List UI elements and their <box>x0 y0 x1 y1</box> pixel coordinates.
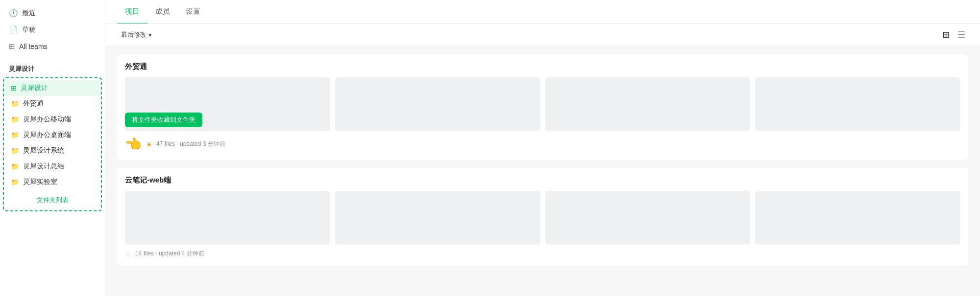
thumb-3 <box>545 77 751 131</box>
main-content: 外贸通 将文件夹收藏到文件夹 👉 ★ 47 files · updated 3 … <box>105 46 980 296</box>
project-yunbiji-files: 14 files · updated 4 分钟前 <box>135 250 204 258</box>
star-filled-icon[interactable]: ★ <box>146 140 152 148</box>
design-summary-icon: 📁 <box>11 162 19 170</box>
sidebar-item-waibeitong[interactable]: 📁 外贸通 <box>4 96 101 112</box>
project-waibeitong-thumbs <box>125 77 960 131</box>
sort-button[interactable]: 最后修改 ▾ <box>117 28 156 41</box>
main-header: 项目 成员 设置 <box>105 0 980 23</box>
tab-projects[interactable]: 项目 <box>117 0 147 24</box>
thumb-4 <box>755 77 960 131</box>
project-yunbiji-title: 云笔记-web端 <box>125 176 960 185</box>
thumb-2 <box>335 77 540 131</box>
waibeitong-tooltip-container: 将文件夹收藏到文件夹 👉 <box>125 136 142 152</box>
sidebar-item-lingxi-design[interactable]: ⊞ 灵犀设计 <box>4 80 101 96</box>
sidebar-section-label: 灵犀设计 <box>0 60 105 75</box>
sidebar: 🕐 最近 📄 草稿 ⊞ All teams 灵犀设计 ⊞ 灵犀设计 📁 外贸通 … <box>0 0 105 296</box>
sidebar-item-recent-label: 最近 <box>22 9 36 18</box>
sidebar-item-design-system[interactable]: 📁 灵犀设计系统 <box>4 143 101 159</box>
thumb-7 <box>545 191 751 245</box>
hand-icon: 👉 <box>125 136 142 152</box>
draft-icon: 📄 <box>9 25 18 34</box>
project-yunbiji: 云笔记-web端 ☆ 14 files · updated 4 分钟前 <box>117 168 968 266</box>
view-buttons: ⊞ ☰ <box>939 27 968 42</box>
sidebar-item-draft[interactable]: 📄 草稿 <box>0 22 105 38</box>
sidebar-item-mobile-office[interactable]: 📁 灵犀办公移动端 <box>4 112 101 127</box>
sort-chevron-icon: ▾ <box>148 31 152 39</box>
all-teams-icon: ⊞ <box>9 42 15 51</box>
lab-icon: 📁 <box>11 178 19 186</box>
main-area: 项目 成员 设置 最后修改 ▾ ⊞ ☰ 外贸通 将文件夹收藏到文件夹 <box>105 0 980 296</box>
grid-view-button[interactable]: ⊞ <box>939 27 953 42</box>
project-waibeitong-meta: 将文件夹收藏到文件夹 👉 ★ 47 files · updated 3 分钟前 <box>125 136 960 152</box>
sidebar-item-all-teams-label: All teams <box>19 43 48 50</box>
sort-label: 最后修改 <box>121 30 147 39</box>
list-view-button[interactable]: ☰ <box>955 27 968 42</box>
project-yunbiji-meta: ☆ 14 files · updated 4 分钟前 <box>125 250 960 258</box>
sidebar-item-design-system-label: 灵犀设计系统 <box>23 146 64 155</box>
project-waibeitong: 外贸通 将文件夹收藏到文件夹 👉 ★ 47 files · updated 3 … <box>117 54 968 160</box>
main-toolbar: 最后修改 ▾ ⊞ ☰ <box>105 23 980 46</box>
sidebar-team-section: ⊞ 灵犀设计 📁 外贸通 📁 灵犀办公移动端 📁 灵犀办公桌面端 📁 灵犀设计系… <box>3 77 102 211</box>
design-system-icon: 📁 <box>11 147 19 155</box>
thumb-1 <box>125 77 330 131</box>
tab-members[interactable]: 成员 <box>147 0 178 24</box>
mobile-office-icon: 📁 <box>11 115 19 123</box>
waibeitong-icon: 📁 <box>11 100 19 108</box>
sidebar-item-lab[interactable]: 📁 灵犀实验室 <box>4 174 101 190</box>
sidebar-top-section: 🕐 最近 📄 草稿 ⊞ All teams <box>0 0 105 60</box>
star-empty-icon[interactable]: ☆ <box>125 250 131 258</box>
project-waibeitong-files: 47 files · updated 3 分钟前 <box>156 140 225 148</box>
sidebar-item-lab-label: 灵犀实验室 <box>23 178 57 186</box>
thumb-5 <box>125 191 330 245</box>
sidebar-item-desktop-office[interactable]: 📁 灵犀办公桌面端 <box>4 127 101 143</box>
sidebar-item-waibeitong-label: 外贸通 <box>23 99 44 108</box>
sidebar-item-design-summary[interactable]: 📁 灵犀设计总结 <box>4 159 101 174</box>
folder-list-label: 文件夹列表 <box>4 190 101 208</box>
recent-icon: 🕐 <box>9 9 18 18</box>
project-waibeitong-title: 外贸通 <box>125 62 960 71</box>
desktop-office-icon: 📁 <box>11 131 19 139</box>
tab-settings[interactable]: 设置 <box>178 0 208 24</box>
sidebar-item-desktop-office-label: 灵犀办公桌面端 <box>23 131 71 139</box>
sidebar-item-mobile-office-label: 灵犀办公移动端 <box>23 115 71 124</box>
thumb-6 <box>335 191 540 245</box>
sidebar-item-draft-label: 草稿 <box>22 25 36 34</box>
lingxi-design-icon: ⊞ <box>11 84 17 92</box>
sidebar-item-lingxi-design-label: 灵犀设计 <box>21 84 48 92</box>
sidebar-item-design-summary-label: 灵犀设计总结 <box>23 162 64 171</box>
thumb-8 <box>755 191 960 245</box>
project-yunbiji-thumbs <box>125 191 960 245</box>
sidebar-item-all-teams[interactable]: ⊞ All teams <box>0 38 105 55</box>
sidebar-item-recent[interactable]: 🕐 最近 <box>0 5 105 22</box>
